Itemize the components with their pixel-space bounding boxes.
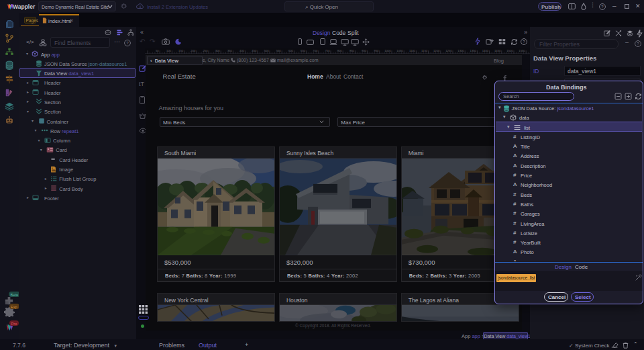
svg-text:50: 50 bbox=[156, 49, 159, 52]
svg-text:750: 750 bbox=[325, 49, 331, 52]
svg-text:1150: 1150 bbox=[421, 49, 428, 52]
svg-text:1000: 1000 bbox=[384, 49, 391, 52]
svg-text:700: 700 bbox=[313, 49, 318, 52]
svg-text:1400: 1400 bbox=[482, 49, 489, 52]
svg-text:250: 250 bbox=[203, 49, 209, 52]
svg-text:950: 950 bbox=[374, 49, 379, 52]
svg-text:850: 850 bbox=[350, 49, 355, 52]
svg-text:1350: 1350 bbox=[470, 49, 477, 52]
svg-text:550: 550 bbox=[276, 49, 282, 52]
svg-text:?: ? bbox=[126, 41, 129, 45]
svg-text:1050: 1050 bbox=[396, 49, 403, 52]
svg-text:450: 450 bbox=[252, 49, 257, 52]
svg-text:300: 300 bbox=[215, 49, 221, 52]
svg-text:?: ? bbox=[601, 5, 604, 9]
svg-text:350: 350 bbox=[227, 49, 233, 52]
svg-text:650: 650 bbox=[301, 49, 306, 52]
svg-text:1100: 1100 bbox=[409, 49, 416, 52]
svg-text:1550: 1550 bbox=[519, 49, 525, 52]
svg-text:150: 150 bbox=[178, 49, 184, 52]
svg-text:800: 800 bbox=[337, 49, 343, 52]
svg-text:200: 200 bbox=[191, 49, 196, 52]
svg-text:1300: 1300 bbox=[458, 49, 464, 52]
svg-text:1500: 1500 bbox=[506, 49, 513, 52]
svg-text:500: 500 bbox=[264, 49, 270, 52]
svg-text:1450: 1450 bbox=[494, 49, 501, 52]
svg-text:1200: 1200 bbox=[433, 49, 440, 52]
svg-text:1250: 1250 bbox=[445, 49, 452, 52]
svg-text:900: 900 bbox=[362, 49, 367, 52]
svg-text:?: ? bbox=[637, 42, 639, 46]
svg-text:?: ? bbox=[523, 40, 525, 44]
svg-text:400: 400 bbox=[239, 49, 245, 52]
svg-text:100: 100 bbox=[166, 49, 172, 52]
svg-text:600: 600 bbox=[288, 49, 294, 52]
